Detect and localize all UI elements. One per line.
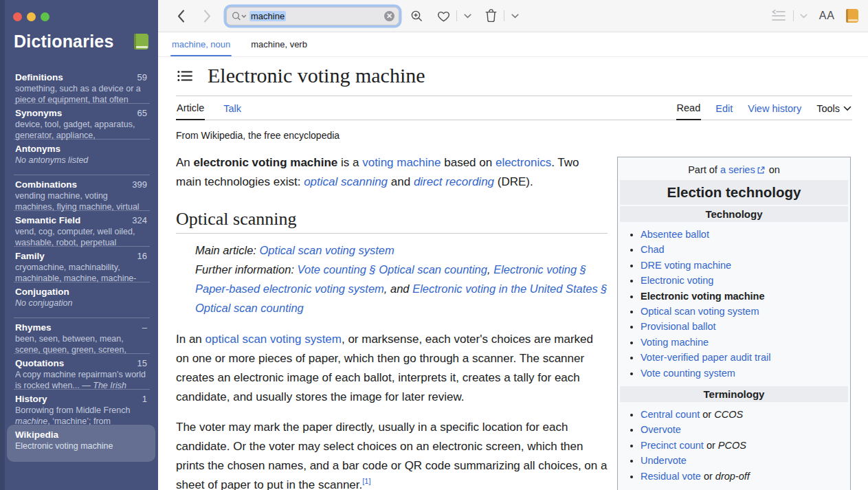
favorites-dropdown-button[interactable]: [462, 7, 473, 25]
fullscreen-window-button[interactable]: [41, 12, 49, 21]
minimize-window-button[interactable]: [27, 12, 36, 21]
link[interactable]: Vote counting system: [641, 368, 735, 379]
link[interactable]: Central count: [641, 409, 700, 420]
link[interactable]: optical scan voting system: [205, 333, 342, 346]
count-badge: 15: [137, 358, 147, 368]
infobox-item[interactable]: Overvote: [641, 422, 848, 437]
back-button[interactable]: [173, 7, 189, 25]
text-size-button[interactable]: AA: [819, 7, 835, 25]
tab-machine-noun[interactable]: machine, noun: [170, 32, 232, 56]
sidebar-item-history[interactable]: History1 Borrowing from Middle French ma…: [14, 389, 148, 425]
orange-book-icon[interactable]: [846, 9, 858, 23]
infobox-item[interactable]: Voting machine: [641, 335, 848, 350]
hatnote: Main article: Optical scan voting system…: [195, 241, 608, 318]
tab-machine-verb[interactable]: machine, verb: [249, 32, 309, 56]
sidebar-item-antonyms[interactable]: Antonyms No antonyms listed: [14, 139, 148, 175]
link[interactable]: voting machine: [362, 156, 441, 169]
infobox-item[interactable]: Absentee ballot: [641, 227, 848, 242]
infobox-item[interactable]: DRE voting machine: [641, 258, 848, 273]
link[interactable]: optical scanning: [304, 175, 388, 188]
link[interactable]: Undervote: [641, 455, 687, 466]
green-book-icon: [134, 34, 148, 49]
infobox-item[interactable]: Electronic voting: [641, 273, 848, 288]
jump-dropdown-button[interactable]: [799, 7, 810, 25]
link[interactable]: electronics: [496, 156, 551, 169]
infobox-item[interactable]: Residual vote or drop-off: [641, 469, 848, 484]
close-window-button[interactable]: [13, 12, 22, 21]
toolbar-divider: [504, 10, 504, 21]
hatnote-main-article: Main article: Optical scan voting system: [195, 241, 608, 260]
link[interactable]: Vote counting § Optical scan counting: [298, 263, 487, 276]
link[interactable]: DRE voting machine: [641, 260, 731, 271]
tab-edit[interactable]: Edit: [715, 96, 733, 120]
sidebar-item-semantic-field[interactable]: Semantic Field324 vend, cog, computer, w…: [14, 210, 148, 246]
sidebar-item-family[interactable]: Family16 cryomachine, machinability, mac…: [14, 246, 148, 282]
link[interactable]: Absentee ballot: [641, 229, 709, 240]
sidebar-item-definitions[interactable]: Definitions59 something, such as a devic…: [14, 67, 148, 103]
link[interactable]: Voting machine: [641, 337, 709, 348]
infobox-technology-list: Absentee ballot Chad DRE voting machine …: [620, 227, 848, 381]
jump-to-entry-button[interactable]: [769, 7, 788, 25]
link[interactable]: Electronic voting: [641, 275, 713, 286]
tab-read[interactable]: Read: [676, 96, 702, 120]
infobox-item[interactable]: Voter-verified paper audit trail: [641, 350, 848, 365]
item-preview: No antonyms listed: [15, 155, 147, 166]
infobox-item[interactable]: Chad: [641, 242, 848, 257]
link[interactable]: Residual vote: [641, 471, 701, 482]
tab-talk[interactable]: Talk: [223, 96, 242, 120]
link[interactable]: Chad: [641, 244, 665, 255]
table-of-contents-button[interactable]: [176, 69, 194, 83]
article-content: Electronic voting machine Article Talk R…: [158, 57, 868, 490]
sidebar-item-synonyms[interactable]: Synonyms65 device, tool, gadget, apparat…: [14, 103, 148, 139]
tools-menu-button[interactable]: Tools: [816, 96, 852, 120]
link[interactable]: Provisional ballot: [641, 321, 716, 332]
intro-paragraph: An electronic voting machine is a voting…: [176, 153, 608, 192]
body-paragraph: The voter may mark the paper directly, u…: [176, 418, 608, 490]
forward-button[interactable]: [199, 7, 215, 25]
list-bullet-icon: [177, 70, 192, 82]
trash-icon: [485, 9, 497, 23]
window-edge: [0, 0, 5, 490]
infobox-item[interactable]: Provisional ballot: [641, 319, 848, 334]
link[interactable]: Optical scan voting system: [641, 306, 759, 317]
infobox-item[interactable]: Vote counting system: [641, 366, 848, 381]
sidebar-item-wikipedia[interactable]: Wikipedia Electronic voting machine: [7, 425, 155, 462]
section-heading: Optical scanning: [176, 209, 608, 234]
chevron-down-icon: [464, 14, 471, 19]
sidebar-header: Dictionaries: [14, 32, 148, 52]
series-link[interactable]: a series: [720, 164, 755, 175]
dictionaries-app-window: Dictionaries Definitions59 something, su…: [0, 0, 868, 490]
sidebar-item-quotations[interactable]: Quotations15 A copy machine repairman's …: [14, 353, 148, 389]
trash-button[interactable]: [482, 7, 499, 25]
tab-article[interactable]: Article: [176, 96, 205, 120]
search-text-selected[interactable]: machine: [249, 11, 286, 21]
search-input[interactable]: machine ✕: [226, 7, 399, 25]
trash-dropdown-button[interactable]: [509, 7, 520, 25]
favorites-button[interactable]: [435, 7, 452, 25]
toolbar: machine ✕: [158, 0, 868, 32]
link[interactable]: direct recording: [414, 175, 494, 188]
chevron-down-icon: [843, 106, 852, 111]
link[interactable]: Optical scan voting system: [260, 244, 394, 256]
count-badge: 59: [137, 72, 147, 82]
sidebar-item-combinations[interactable]: Combinations399 vending machine, voting …: [14, 175, 148, 210]
chevron-down-icon: [511, 14, 519, 19]
infobox-item[interactable]: Optical scan voting system: [641, 304, 848, 319]
namespace-tabs: Article Talk: [176, 96, 242, 120]
sidebar-item-conjugation[interactable]: Conjugation No conjugation: [14, 282, 148, 318]
tab-view-history[interactable]: View history: [747, 96, 802, 120]
infobox-item[interactable]: Undervote: [641, 453, 848, 468]
link[interactable]: Overvote: [641, 424, 681, 435]
link[interactable]: [1]: [362, 477, 370, 485]
count-badge: –: [142, 322, 147, 333]
sidebar-item-rhymes[interactable]: Rhymes– been, seen, between, mean, scene…: [14, 318, 148, 353]
clear-search-icon[interactable]: ✕: [384, 11, 394, 21]
add-search-button[interactable]: [409, 7, 425, 25]
link[interactable]: Precinct count: [641, 440, 704, 451]
link[interactable]: Voter-verified paper audit trail: [641, 352, 770, 363]
infobox-item[interactable]: Central count or CCOS: [641, 407, 848, 422]
count-badge: 324: [132, 215, 147, 225]
search-scope-icon[interactable]: [232, 11, 247, 21]
site-tagline: From Wikipedia, the free encyclopedia: [176, 130, 868, 141]
infobox-item[interactable]: Precinct count or PCOS: [641, 438, 848, 453]
